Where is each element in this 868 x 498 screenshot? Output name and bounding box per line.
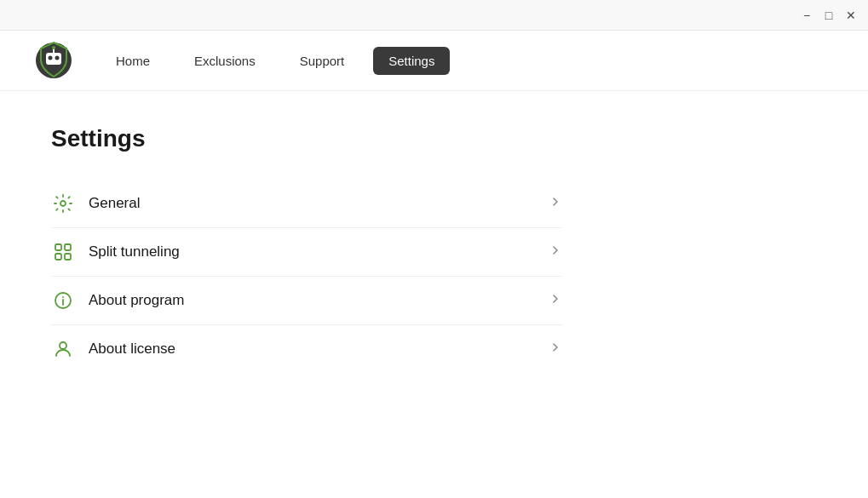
split-tunneling-icon [51, 240, 75, 264]
general-label: General [89, 195, 549, 212]
svg-point-5 [52, 46, 55, 49]
svg-point-2 [49, 56, 53, 60]
svg-rect-9 [55, 254, 61, 260]
info-icon [51, 289, 75, 312]
about-program-label: About program [89, 292, 549, 309]
close-button[interactable]: ✕ [844, 9, 858, 22]
svg-rect-10 [65, 254, 71, 260]
about-license-chevron [549, 341, 562, 358]
nav-support[interactable]: Support [285, 47, 360, 75]
svg-point-14 [60, 342, 66, 349]
svg-rect-7 [55, 244, 61, 250]
split-tunneling-label: Split tunneling [89, 243, 549, 260]
settings-item-about-program[interactable]: About program [51, 277, 562, 325]
settings-item-general[interactable]: General [51, 180, 562, 228]
page-title: Settings [51, 125, 817, 152]
split-tunneling-chevron [549, 243, 562, 260]
about-program-chevron [549, 292, 562, 309]
person-icon [51, 337, 75, 361]
window-controls: − □ ✕ [800, 9, 858, 22]
svg-point-3 [55, 56, 60, 60]
nav-bar: Home Exclusions Support Settings [0, 31, 868, 91]
title-bar: − □ ✕ [0, 0, 868, 31]
svg-rect-1 [46, 53, 61, 65]
nav-home[interactable]: Home [101, 47, 165, 75]
about-license-label: About license [89, 341, 549, 358]
settings-item-about-license[interactable]: About license [51, 325, 562, 373]
nav-exclusions[interactable]: Exclusions [179, 47, 271, 75]
settings-list: General Split tunneling [51, 180, 562, 373]
main-content: Settings General [0, 91, 868, 407]
svg-point-6 [60, 201, 66, 206]
nav-settings[interactable]: Settings [373, 47, 450, 75]
svg-rect-8 [65, 244, 71, 250]
gear-icon [51, 192, 75, 215]
general-chevron [549, 195, 562, 212]
minimize-button[interactable]: − [800, 9, 813, 22]
svg-point-13 [62, 296, 64, 298]
maximize-button[interactable]: □ [822, 9, 836, 22]
app-logo [34, 41, 73, 80]
settings-item-split-tunneling[interactable]: Split tunneling [51, 228, 562, 277]
